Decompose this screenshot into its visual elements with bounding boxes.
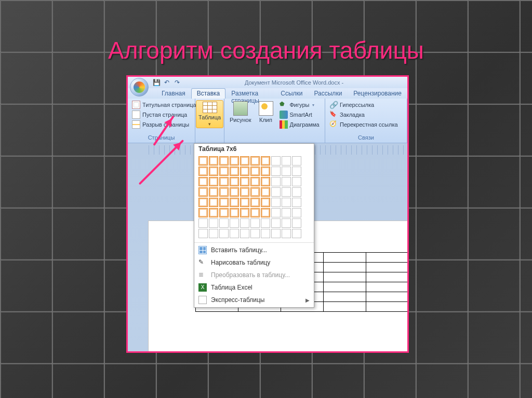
grid-cell[interactable] [219, 208, 229, 217]
grid-cell[interactable] [209, 177, 218, 186]
cover-page-button[interactable]: Титульная страница [131, 100, 197, 109]
grid-cell[interactable] [240, 218, 249, 228]
grid-cell[interactable] [292, 187, 301, 197]
grid-cell[interactable] [292, 218, 301, 228]
grid-cell[interactable] [250, 218, 260, 228]
crossref-button[interactable]: 🧭 Перекрестная ссылка [328, 120, 399, 129]
grid-cell[interactable] [292, 208, 301, 217]
grid-cell[interactable] [292, 167, 301, 176]
grid-cell[interactable] [240, 156, 249, 166]
grid-cell[interactable] [250, 187, 260, 197]
grid-cell[interactable] [198, 167, 208, 176]
grid-cell[interactable] [230, 229, 239, 238]
grid-cell[interactable] [219, 167, 229, 176]
office-button[interactable] [130, 78, 149, 97]
shapes-button[interactable]: ⬟ Фигуры ▾ [278, 100, 321, 109]
grid-cell[interactable] [198, 198, 208, 207]
grid-cell[interactable] [250, 177, 260, 186]
grid-cell[interactable] [261, 229, 270, 238]
menu-draw-table[interactable]: ✎ Нарисовать таблицу [194, 256, 314, 269]
tab-mailings[interactable]: Рассылки [308, 88, 348, 99]
grid-cell[interactable] [240, 208, 249, 217]
grid-cell[interactable] [209, 208, 218, 217]
grid-cell[interactable] [271, 218, 281, 228]
grid-cell[interactable] [271, 198, 281, 207]
grid-cell[interactable] [240, 167, 249, 176]
menu-excel-table[interactable]: X Таблица Excel [194, 281, 314, 294]
grid-cell[interactable] [219, 156, 229, 166]
menu-quick-tables[interactable]: Экспресс-таблицы ▶ [194, 294, 314, 306]
grid-cell[interactable] [261, 187, 270, 197]
grid-cell[interactable] [219, 198, 229, 207]
grid-cell[interactable] [261, 167, 270, 176]
grid-cell[interactable] [230, 187, 239, 197]
grid-cell[interactable] [292, 156, 301, 166]
grid-cell[interactable] [282, 198, 291, 207]
grid-cell[interactable] [261, 218, 270, 228]
grid-cell[interactable] [292, 177, 301, 186]
tab-insert[interactable]: Вставка [191, 88, 226, 99]
grid-cell[interactable] [219, 177, 229, 186]
hyperlink-button[interactable]: 🔗 Гиперссылка [328, 100, 399, 109]
grid-cell[interactable] [282, 208, 291, 217]
grid-cell[interactable] [230, 167, 239, 176]
table-size-grid[interactable] [194, 154, 314, 242]
blank-page-button[interactable]: Пустая страница [131, 110, 197, 119]
grid-cell[interactable] [219, 218, 229, 228]
bookmark-button[interactable]: 🔖 Закладка [328, 110, 399, 119]
grid-cell[interactable] [209, 198, 218, 207]
grid-cell[interactable] [282, 187, 291, 197]
tab-home[interactable]: Главная [156, 88, 191, 99]
grid-cell[interactable] [282, 167, 291, 176]
grid-cell[interactable] [271, 167, 281, 176]
grid-cell[interactable] [198, 208, 208, 217]
grid-cell[interactable] [209, 229, 218, 238]
clipart-button[interactable]: Клип [257, 100, 275, 124]
grid-cell[interactable] [271, 208, 281, 217]
chart-button[interactable]: Диаграмма [278, 120, 321, 129]
grid-cell[interactable] [261, 156, 270, 166]
grid-cell[interactable] [209, 156, 218, 166]
grid-cell[interactable] [271, 156, 281, 166]
qat-redo-icon[interactable]: ↷ [174, 79, 181, 86]
grid-cell[interactable] [198, 218, 208, 228]
tab-layout[interactable]: Разметка страницы [225, 88, 275, 99]
grid-cell[interactable] [198, 187, 208, 197]
grid-cell[interactable] [230, 198, 239, 207]
grid-cell[interactable] [240, 229, 249, 238]
grid-cell[interactable] [230, 177, 239, 186]
qat-undo-icon[interactable]: ↶ [163, 79, 170, 86]
grid-cell[interactable] [292, 229, 301, 238]
grid-cell[interactable] [282, 156, 291, 166]
grid-cell[interactable] [261, 198, 270, 207]
grid-cell[interactable] [198, 156, 208, 166]
grid-cell[interactable] [250, 198, 260, 207]
grid-cell[interactable] [240, 187, 249, 197]
grid-cell[interactable] [282, 229, 291, 238]
grid-cell[interactable] [292, 198, 301, 207]
grid-cell[interactable] [209, 218, 218, 228]
table-button[interactable]: Таблица ▾ [196, 100, 223, 128]
grid-cell[interactable] [261, 177, 270, 186]
grid-cell[interactable] [250, 208, 260, 217]
picture-button[interactable]: Рисунок [228, 100, 254, 124]
grid-cell[interactable] [250, 167, 260, 176]
grid-cell[interactable] [198, 177, 208, 186]
grid-cell[interactable] [240, 177, 249, 186]
grid-cell[interactable] [250, 229, 260, 238]
grid-cell[interactable] [219, 187, 229, 197]
menu-insert-table[interactable]: Вставить таблицу... [194, 244, 314, 256]
tab-review[interactable]: Рецензирование [348, 88, 407, 99]
tab-references[interactable]: Ссылки [275, 88, 308, 99]
grid-cell[interactable] [271, 187, 281, 197]
grid-cell[interactable] [250, 156, 260, 166]
grid-cell[interactable] [230, 218, 239, 228]
smartart-button[interactable]: SmartArt [278, 110, 321, 119]
grid-cell[interactable] [219, 229, 229, 238]
grid-cell[interactable] [271, 229, 281, 238]
grid-cell[interactable] [209, 167, 218, 176]
qat-save-icon[interactable]: 💾 [153, 79, 160, 86]
grid-cell[interactable] [282, 218, 291, 228]
grid-cell[interactable] [198, 229, 208, 238]
grid-cell[interactable] [230, 156, 239, 166]
